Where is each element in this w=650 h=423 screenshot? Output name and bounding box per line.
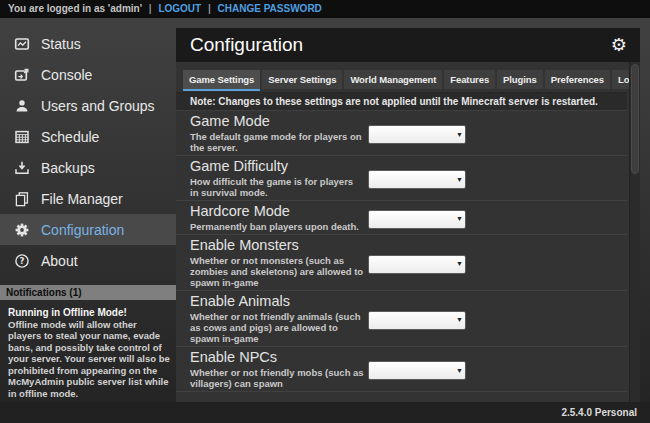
- sidebar-item-label: Backups: [41, 160, 95, 176]
- backups-icon: [13, 159, 30, 176]
- setting-description: The default game mode for players on the…: [190, 131, 368, 153]
- setting-text: Enable NPCs Whether or not friendly mobs…: [190, 350, 368, 389]
- svg-text:?: ?: [19, 256, 24, 266]
- tab-bar: Game Settings Server Settings World Mana…: [176, 62, 627, 89]
- setting-text: Enable Animals Whether or not friendly a…: [190, 294, 368, 344]
- status-bar: 2.5.4.0 Personal: [0, 402, 650, 423]
- sidebar-item-about[interactable]: ? About: [0, 245, 176, 276]
- setting-name: Enable Animals: [190, 294, 368, 309]
- logout-link[interactable]: LOGOUT: [158, 3, 201, 14]
- setting-text: Game Mode The default game mode for play…: [190, 114, 368, 153]
- change-password-link[interactable]: CHANGE PASSWORD: [218, 3, 322, 14]
- about-icon: ?: [13, 252, 30, 269]
- setting-select-wrap: ▼: [368, 209, 466, 228]
- scrollbar-track[interactable]: [629, 62, 640, 402]
- sidebar-menu: Status Console Users and Groups Schedule…: [0, 18, 176, 276]
- sidebar-item-label: Console: [41, 67, 92, 83]
- notification-title: Running in Offline Mode!: [8, 307, 170, 319]
- setting-select-enable-monsters[interactable]: [368, 255, 466, 274]
- setting-description: Whether or not friendly animals (such as…: [190, 311, 368, 344]
- sidebar-item-label: Users and Groups: [41, 98, 155, 114]
- setting-select-wrap: ▼: [368, 169, 466, 188]
- sidebar: Status Console Users and Groups Schedule…: [0, 18, 176, 402]
- page-title: Configuration: [190, 34, 611, 56]
- status-icon: [13, 35, 30, 52]
- topbar: You are logged in as 'admin' | LOGOUT | …: [0, 0, 650, 18]
- schedule-icon: [13, 128, 30, 145]
- separator: |: [208, 3, 211, 14]
- setting-select-enable-animals[interactable]: [368, 311, 466, 330]
- setting-select-game-mode[interactable]: [368, 125, 466, 144]
- setting-text: Game Difficulty How difficult the game i…: [190, 159, 368, 198]
- sidebar-item-label: File Manager: [41, 191, 123, 207]
- setting-select-enable-npcs[interactable]: [368, 361, 466, 380]
- sidebar-item-configuration[interactable]: Configuration: [0, 214, 176, 245]
- notifications-header[interactable]: Notifications (1): [0, 285, 176, 300]
- sidebar-item-console[interactable]: Console: [0, 59, 176, 90]
- settings-gear-icon[interactable]: ⚙: [611, 36, 627, 54]
- sidebar-item-users-and-groups[interactable]: Users and Groups: [0, 90, 176, 121]
- setting-row-hardcore-mode: Hardcore Mode Permanently ban players up…: [176, 201, 627, 235]
- notification-text: Offline mode will allow other players to…: [8, 319, 170, 400]
- sidebar-item-label: Schedule: [41, 129, 99, 145]
- notification-item: Running in Offline Mode! Offline mode wi…: [0, 300, 176, 399]
- setting-row-enable-monsters: Enable Monsters Whether or not monsters …: [176, 235, 627, 291]
- setting-select-wrap: ▼: [368, 360, 466, 379]
- notifications-panel: Notifications (1) Running in Offline Mod…: [0, 285, 176, 399]
- sidebar-item-schedule[interactable]: Schedule: [0, 121, 176, 152]
- setting-name: Game Mode: [190, 114, 368, 129]
- settings-list: Game Mode The default game mode for play…: [176, 111, 627, 392]
- setting-select-game-difficulty[interactable]: [368, 170, 466, 189]
- users-icon: [13, 97, 30, 114]
- setting-name: Hardcore Mode: [190, 204, 368, 219]
- setting-name: Enable Monsters: [190, 238, 368, 253]
- restart-note: Note: Changes to these settings are not …: [176, 92, 627, 111]
- setting-description: Whether or not monsters (such as zombies…: [190, 255, 368, 288]
- setting-row-enable-npcs: Enable NPCs Whether or not friendly mobs…: [176, 347, 627, 392]
- configuration-panel: Configuration ⚙ Game Settings Server Set…: [176, 28, 640, 402]
- setting-select-hardcore-mode[interactable]: [368, 210, 466, 229]
- tab-world-management[interactable]: World Management: [344, 70, 442, 89]
- gear-icon: [13, 221, 30, 238]
- logged-in-text: You are logged in as 'admin': [8, 3, 142, 14]
- setting-text: Hardcore Mode Permanently ban players up…: [190, 204, 368, 232]
- panel-body: Game Settings Server Settings World Mana…: [176, 62, 640, 402]
- setting-row-game-difficulty: Game Difficulty How difficult the game i…: [176, 156, 627, 201]
- setting-select-wrap: ▼: [368, 310, 466, 329]
- tab-preferences[interactable]: Preferences: [545, 70, 610, 89]
- sidebar-item-label: About: [41, 253, 78, 269]
- sidebar-item-backups[interactable]: Backups: [0, 152, 176, 183]
- tab-game-settings[interactable]: Game Settings: [183, 70, 260, 89]
- tab-plugins[interactable]: Plugins: [497, 70, 543, 89]
- setting-name: Game Difficulty: [190, 159, 368, 174]
- sidebar-item-file-manager[interactable]: File Manager: [0, 183, 176, 214]
- scrollbar-thumb[interactable]: [631, 64, 639, 174]
- setting-description: Whether or not friendly mobs (such as vi…: [190, 367, 368, 389]
- sidebar-item-label: Configuration: [41, 222, 124, 238]
- setting-description: How difficult the game is for players in…: [190, 176, 368, 198]
- sidebar-item-label: Status: [41, 36, 81, 52]
- file-manager-icon: [13, 190, 30, 207]
- sidebar-item-status[interactable]: Status: [0, 28, 176, 59]
- separator: |: [149, 3, 152, 14]
- tab-server-settings[interactable]: Server Settings: [262, 70, 342, 89]
- setting-select-wrap: ▼: [368, 254, 466, 273]
- tab-features[interactable]: Features: [444, 70, 495, 89]
- setting-row-game-mode: Game Mode The default game mode for play…: [176, 111, 627, 156]
- setting-name: Enable NPCs: [190, 350, 368, 365]
- setting-select-wrap: ▼: [368, 124, 466, 143]
- setting-text: Enable Monsters Whether or not monsters …: [190, 238, 368, 288]
- version-label: 2.5.4.0 Personal: [561, 407, 637, 418]
- setting-row-enable-animals: Enable Animals Whether or not friendly a…: [176, 291, 627, 347]
- setting-description: Permanently ban players upon death.: [190, 221, 368, 232]
- console-icon: [13, 66, 30, 83]
- panel-header: Configuration ⚙: [176, 28, 640, 62]
